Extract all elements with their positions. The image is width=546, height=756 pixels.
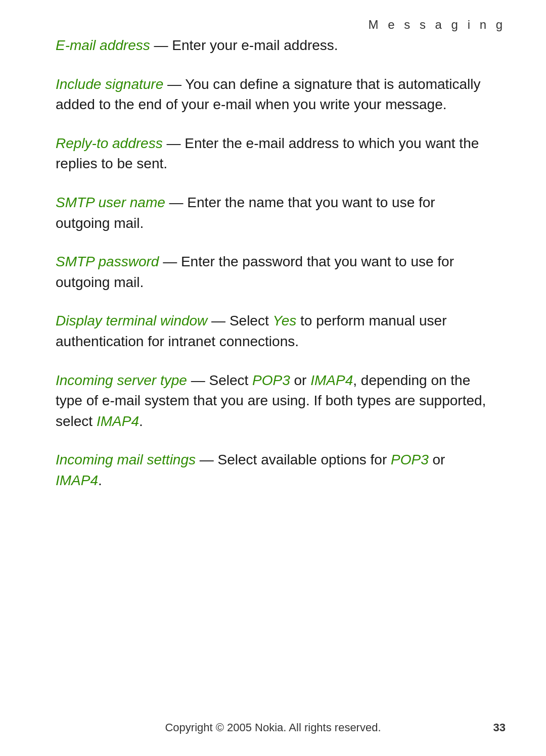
page-number-value: 33: [493, 721, 506, 734]
text-display-terminal-window-1: — Select: [207, 313, 272, 328]
entry-email-address: E-mail address — Enter your e-mail addre…: [56, 35, 490, 56]
entry-incoming-mail-settings: Incoming mail settings — Select availabl…: [56, 450, 490, 491]
term-display-terminal-window-yes: Yes: [273, 313, 297, 328]
entry-smtp-password: SMTP password — Enter the password that …: [56, 252, 490, 293]
text-incoming-mail-settings-1: — Select available options for: [196, 452, 391, 467]
content: E-mail address — Enter your e-mail addre…: [56, 35, 490, 705]
entry-include-signature: Include signature — You can define a sig…: [56, 74, 490, 115]
term-incoming-mail-imap4: IMAP4: [56, 472, 98, 488]
term-incoming-server-imap4-2: IMAP4: [97, 413, 139, 429]
term-incoming-server-imap4-1: IMAP4: [310, 372, 353, 388]
text-email-address: — Enter your e-mail address.: [150, 37, 338, 53]
page-header: M e s s a g i n g: [369, 16, 506, 34]
term-smtp-username: SMTP user name: [56, 195, 165, 210]
text-incoming-server-type-4: .: [139, 413, 143, 429]
page-number: 33: [493, 720, 506, 736]
term-email-address: E-mail address: [56, 37, 150, 53]
term-smtp-password: SMTP password: [56, 254, 159, 269]
term-incoming-server-type: Incoming server type: [56, 372, 187, 388]
text-incoming-server-type-2: or: [290, 372, 310, 388]
entry-smtp-username: SMTP user name — Enter the name that you…: [56, 193, 490, 233]
entry-display-terminal-window: Display terminal window — Select Yes to …: [56, 311, 490, 352]
entry-reply-to-address: Reply-to address — Enter the e-mail addr…: [56, 133, 490, 174]
page-footer: Copyright © 2005 Nokia. All rights reser…: [0, 720, 546, 736]
term-incoming-mail-settings: Incoming mail settings: [56, 452, 196, 467]
header-title: M e s s a g i n g: [369, 18, 506, 31]
text-incoming-mail-settings-2: or: [429, 452, 445, 467]
term-incoming-server-pop3: POP3: [252, 372, 290, 388]
term-include-signature: Include signature: [56, 76, 163, 92]
copyright-text: Copyright © 2005 Nokia. All rights reser…: [165, 720, 381, 736]
term-incoming-mail-pop3: POP3: [391, 452, 429, 467]
text-incoming-server-type-1: — Select: [187, 372, 252, 388]
entry-incoming-server-type: Incoming server type — Select POP3 or IM…: [56, 370, 490, 432]
text-incoming-mail-settings-3: .: [98, 472, 102, 488]
term-display-terminal-window: Display terminal window: [56, 313, 207, 328]
term-reply-to-address: Reply-to address: [56, 135, 163, 151]
